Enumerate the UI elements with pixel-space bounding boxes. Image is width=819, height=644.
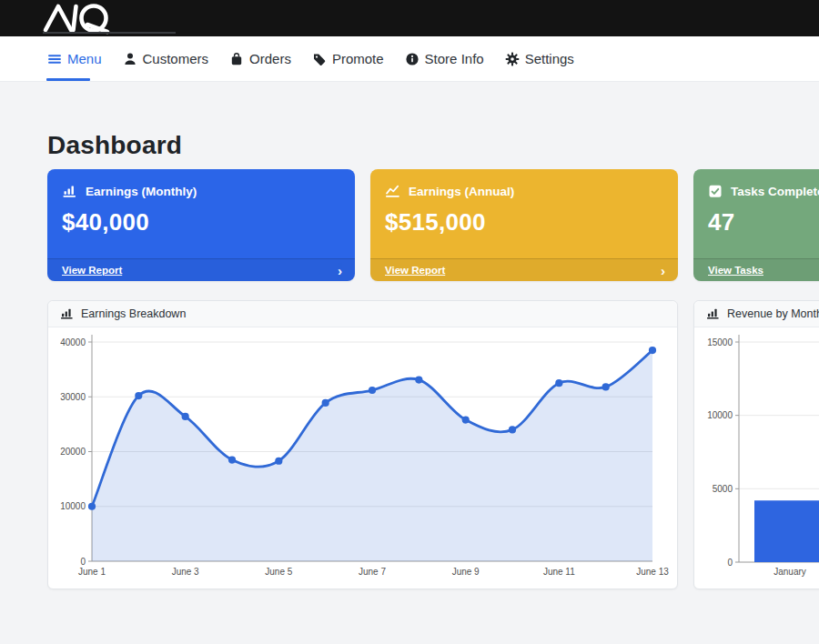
chevron-right-icon: › bbox=[661, 264, 665, 277]
stat-card-value: 47 bbox=[693, 198, 819, 236]
stat-footer-label[interactable]: View Report bbox=[385, 265, 445, 276]
bar-chart-icon bbox=[706, 307, 720, 320]
info-circle-icon bbox=[405, 52, 420, 66]
topbar bbox=[0, 0, 819, 36]
svg-text:40000: 40000 bbox=[60, 337, 86, 347]
dashboard-app: Menu Customers Orders Promote bbox=[0, 0, 819, 644]
revenue-by-month-card: Revenue by Month 050001000015000January bbox=[693, 300, 819, 589]
svg-text:0: 0 bbox=[80, 557, 86, 567]
svg-text:10000: 10000 bbox=[707, 410, 733, 420]
view-report-link[interactable]: View Report › bbox=[47, 258, 355, 281]
line-chart-icon bbox=[385, 184, 400, 198]
stat-footer-label[interactable]: View Report bbox=[62, 265, 122, 276]
nav-item-label: Promote bbox=[332, 51, 384, 66]
svg-text:15000: 15000 bbox=[707, 337, 733, 347]
stat-card-title: Earnings (Monthly) bbox=[86, 185, 197, 198]
earnings-annual-card: Earnings (Annual) $515,000 View Report › bbox=[370, 169, 678, 281]
stat-card-title: Earnings (Annual) bbox=[409, 185, 514, 198]
nav-item-store-info[interactable]: Store Info bbox=[405, 51, 484, 66]
svg-text:20000: 20000 bbox=[60, 447, 86, 457]
stat-card-value: $515,000 bbox=[370, 198, 678, 236]
person-icon bbox=[123, 52, 137, 66]
main-navbar: Menu Customers Orders Promote bbox=[0, 36, 819, 82]
revenue-by-month-chart[interactable]: 050001000015000January bbox=[694, 327, 819, 589]
page-title: Dashboard bbox=[47, 131, 182, 160]
svg-text:June 11: June 11 bbox=[543, 567, 575, 577]
bar-chart-icon bbox=[62, 184, 77, 198]
earnings-monthly-card: Earnings (Monthly) $40,000 View Report › bbox=[47, 169, 355, 281]
earnings-breakdown-card: Earnings Breakdown 010000200003000040000… bbox=[47, 300, 678, 589]
shopping-bag-icon bbox=[229, 52, 244, 66]
nav-item-label: Customers bbox=[143, 51, 209, 66]
stat-footer-label[interactable]: View Tasks bbox=[708, 265, 763, 276]
svg-text:January: January bbox=[774, 567, 806, 577]
logo-underline bbox=[43, 32, 176, 34]
svg-text:June 1: June 1 bbox=[78, 567, 106, 577]
tag-icon bbox=[312, 52, 327, 66]
svg-text:June 9: June 9 bbox=[452, 567, 480, 577]
nav-item-settings[interactable]: Settings bbox=[505, 51, 574, 66]
nav-item-label: Settings bbox=[525, 51, 574, 66]
earnings-breakdown-chart[interactable]: 010000200003000040000June 1June 3June 5J… bbox=[48, 327, 677, 589]
svg-text:June 7: June 7 bbox=[359, 567, 386, 577]
svg-text:30000: 30000 bbox=[60, 392, 86, 402]
nav-item-customers[interactable]: Customers bbox=[123, 51, 209, 66]
hamburger-icon bbox=[47, 52, 62, 66]
svg-text:0: 0 bbox=[727, 558, 733, 568]
nav-item-label: Menu bbox=[67, 51, 102, 66]
nav-item-orders[interactable]: Orders bbox=[229, 51, 291, 66]
stat-card-title: Tasks Completed bbox=[731, 185, 819, 198]
chevron-right-icon: › bbox=[338, 264, 342, 277]
gear-icon bbox=[505, 52, 520, 66]
svg-text:10000: 10000 bbox=[60, 501, 86, 511]
check-square-icon bbox=[708, 184, 723, 198]
view-report-link[interactable]: View Report › bbox=[370, 258, 678, 281]
chart-title: Earnings Breakdown bbox=[81, 307, 186, 320]
svg-text:June 13: June 13 bbox=[636, 567, 669, 577]
nav-item-label: Orders bbox=[249, 51, 291, 66]
tasks-completed-card: Tasks Completed 47 View Tasks › bbox=[693, 169, 819, 281]
aiq-logo[interactable] bbox=[41, 2, 132, 35]
view-tasks-link[interactable]: View Tasks › bbox=[693, 258, 819, 281]
active-nav-underline bbox=[46, 78, 90, 81]
svg-text:June 3: June 3 bbox=[172, 567, 199, 577]
nav-item-label: Store Info bbox=[425, 51, 484, 66]
chart-title: Revenue by Month bbox=[727, 307, 819, 320]
nav-item-promote[interactable]: Promote bbox=[312, 51, 384, 66]
svg-text:June 5: June 5 bbox=[265, 567, 292, 577]
nav-item-menu[interactable]: Menu bbox=[47, 51, 102, 66]
bar-chart-icon bbox=[60, 307, 74, 320]
stat-card-value: $40,000 bbox=[47, 198, 355, 236]
svg-text:5000: 5000 bbox=[713, 484, 733, 494]
